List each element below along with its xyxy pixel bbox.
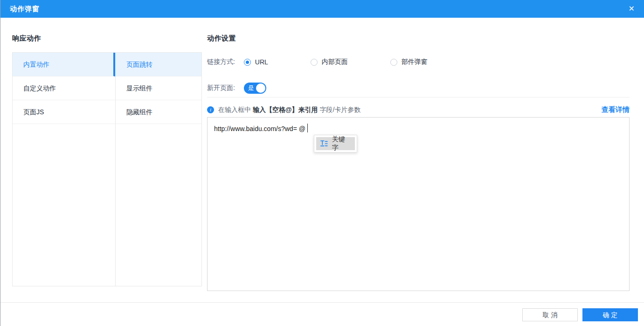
radio-option-widget-popup[interactable]: 部件弹窗 [390, 58, 428, 66]
text-caret [307, 124, 308, 132]
category-item-builtin-action[interactable]: 内置动作 [13, 53, 115, 76]
view-details-link[interactable]: 查看详情 [602, 105, 630, 114]
radio-option-widget-popup-label: 部件弹窗 [402, 58, 428, 66]
action-sub-list: 页面跳转 显示组件 隐藏组件 [116, 53, 201, 286]
suggestion-item-label: 关键字 [332, 135, 351, 152]
radio-option-internal-page[interactable]: 内部页面 [311, 58, 348, 66]
toggle-knob-icon [256, 83, 265, 93]
category-item-custom-action[interactable]: 自定义动作 [13, 76, 115, 100]
url-input-value: http://www.baidu.com/s?wd= @ [214, 125, 305, 132]
radio-option-url-label: URL [255, 58, 268, 66]
new-page-toggle[interactable]: 是 [244, 83, 266, 94]
action-dialog: 动作弹窗 ✕ 响应动作 动作设置 内置动作 自定义动作 页面JS 页面跳转 显示… [0, 0, 644, 326]
field-text-icon [320, 139, 328, 148]
subaction-item-page-jump[interactable]: 页面跳转 [116, 53, 201, 76]
action-settings-heading: 动作设置 [207, 34, 236, 43]
dialog-title: 动作弹窗 [10, 5, 40, 14]
close-icon[interactable]: ✕ [627, 3, 637, 14]
action-category-list: 内置动作 自定义动作 页面JS [13, 53, 116, 286]
param-suggestion-popup: 关键字 [314, 135, 357, 153]
category-item-page-js[interactable]: 页面JS [13, 100, 115, 124]
footer-divider [0, 302, 644, 303]
radio-unchecked-icon[interactable] [311, 59, 318, 66]
radio-option-internal-page-label: 内部页面 [322, 58, 348, 66]
radio-unchecked-icon[interactable] [390, 59, 397, 66]
hint-text: 在输入框中 输入【空格@】来引用 字段/卡片参数 [218, 106, 360, 114]
suggestion-item-keyword[interactable]: 关键字 [316, 137, 355, 150]
hint-row: i 在输入框中 输入【空格@】来引用 字段/卡片参数 查看详情 [207, 105, 630, 114]
new-page-label: 新开页面: [207, 84, 237, 92]
url-input[interactable]: http://www.baidu.com/s?wd= @ [207, 117, 630, 291]
action-selector: 内置动作 自定义动作 页面JS 页面跳转 显示组件 隐藏组件 [12, 52, 202, 286]
info-icon: i [207, 106, 214, 113]
dialog-titlebar: 动作弹窗 ✕ [0, 0, 644, 18]
radio-option-url[interactable]: URL [244, 58, 268, 66]
radio-checked-icon[interactable] [244, 59, 251, 66]
link-type-row: 链接方式: URL 内部页面 部件弹窗 [207, 58, 428, 66]
new-page-row: 新开页面: 是 [207, 83, 266, 94]
subaction-item-show-component[interactable]: 显示组件 [116, 76, 201, 100]
confirm-button[interactable]: 确 定 [582, 308, 638, 321]
response-action-heading: 响应动作 [12, 34, 41, 43]
settings-divider [207, 97, 630, 97]
link-type-label: 链接方式: [207, 58, 237, 66]
subaction-item-hide-component[interactable]: 隐藏组件 [116, 100, 201, 124]
toggle-on-label: 是 [248, 85, 254, 91]
cancel-button[interactable]: 取 消 [522, 308, 578, 321]
